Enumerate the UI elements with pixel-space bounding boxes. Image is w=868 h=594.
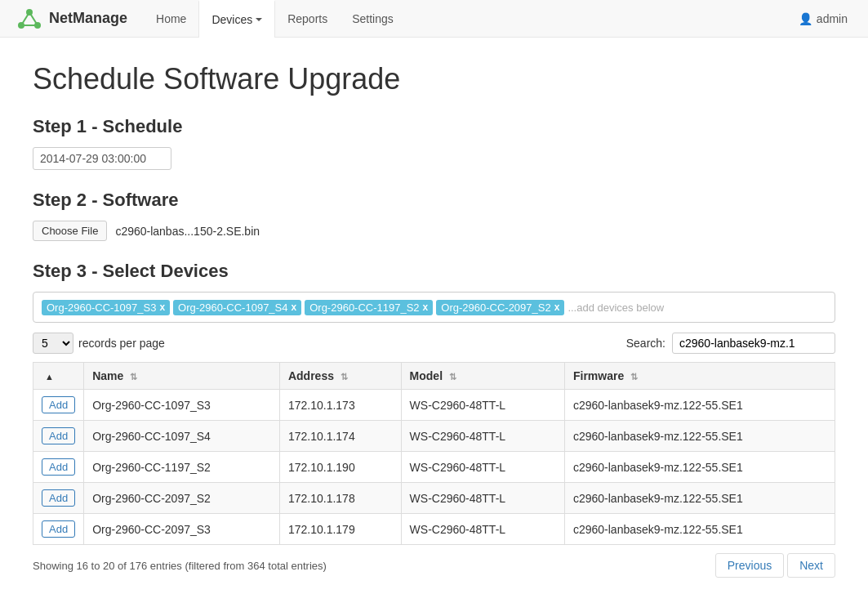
step3-heading: Step 3 - Select Devices: [33, 261, 835, 282]
add-button-3[interactable]: Add: [42, 489, 75, 507]
cell-name-4: Org-2960-CC-2097_S3: [84, 514, 280, 545]
add-button-1[interactable]: Add: [42, 427, 75, 444]
selected-devices-box: Org-2960-CC-1097_S3 x Org-2960-CC-1097_S…: [33, 292, 835, 323]
svg-line-4: [29, 12, 38, 25]
add-button-0[interactable]: Add: [42, 396, 75, 413]
nav-home[interactable]: Home: [144, 0, 198, 38]
page-title: Schedule Software Upgrade: [33, 62, 835, 96]
device-tag-0: Org-2960-CC-1097_S3 x: [42, 300, 170, 315]
cell-add-0: Add: [33, 390, 84, 421]
nav-menu: Home Devices Reports Settings: [144, 0, 799, 38]
records-per-page-label: records per page: [78, 337, 165, 350]
user-name: admin: [817, 12, 848, 25]
sort-icon-model: [449, 372, 456, 382]
sort-icon-name: [130, 372, 137, 382]
devices-caret: [256, 18, 262, 21]
brand-link[interactable]: NetManage: [16, 6, 127, 32]
previous-button[interactable]: Previous: [715, 553, 784, 578]
col-name[interactable]: Name: [84, 363, 280, 390]
table-controls: 5 10 25 records per page Search:: [33, 333, 835, 354]
sort-icon-firmware: [630, 372, 638, 382]
table-row: Add Org-2960-CC-1197_S2 172.10.1.190 WS-…: [33, 452, 835, 483]
sort-icon-address: [341, 372, 348, 382]
cell-add-2: Add: [33, 452, 84, 483]
remove-tag-0[interactable]: x: [159, 301, 165, 313]
cell-address-0: 172.10.1.173: [279, 390, 401, 421]
records-per-page-select[interactable]: 5 10 25: [33, 333, 73, 354]
cell-firmware-2: c2960-lanbasek9-mz.122-55.SE1: [564, 452, 835, 483]
col-model[interactable]: Model: [401, 363, 564, 390]
step2-heading: Step 2 - Software: [33, 190, 835, 211]
nav-devices[interactable]: Devices: [198, 0, 275, 38]
search-input[interactable]: [672, 333, 835, 354]
cell-name-3: Org-2960-CC-2097_S2: [84, 483, 280, 514]
table-row: Add Org-2960-CC-1097_S4 172.10.1.174 WS-…: [33, 421, 835, 452]
cell-address-3: 172.10.1.178: [279, 483, 401, 514]
col-sort[interactable]: [33, 363, 84, 390]
col-address[interactable]: Address: [279, 363, 401, 390]
remove-tag-2[interactable]: x: [423, 301, 429, 313]
add-button-4[interactable]: Add: [42, 520, 75, 538]
records-per-page-control: 5 10 25 records per page: [33, 333, 165, 354]
cell-address-4: 172.10.1.179: [279, 514, 401, 545]
cell-model-1: WS-C2960-48TT-L: [401, 421, 564, 452]
schedule-input[interactable]: [33, 147, 171, 170]
step1-heading: Step 1 - Schedule: [33, 116, 835, 137]
add-button-2[interactable]: Add: [42, 458, 75, 476]
table-row: Add Org-2960-CC-1097_S3 172.10.1.173 WS-…: [33, 390, 835, 421]
step3-section: Step 3 - Select Devices Org-2960-CC-1097…: [33, 261, 835, 578]
device-tag-3: Org-2960-CC-2097_S2 x: [436, 300, 564, 315]
add-devices-placeholder: ...add devices below: [568, 301, 664, 314]
main-content: Schedule Software Upgrade Step 1 - Sched…: [0, 38, 868, 594]
col-firmware[interactable]: Firmware: [564, 363, 835, 390]
table-header: Name Address Model Firmware: [33, 363, 835, 390]
file-name-display: c2960-lanbas...150-2.SE.bin: [115, 225, 260, 238]
cell-add-4: Add: [33, 514, 84, 545]
cell-address-1: 172.10.1.174: [279, 421, 401, 452]
cell-firmware-1: c2960-lanbasek9-mz.122-55.SE1: [564, 421, 835, 452]
cell-add-1: Add: [33, 421, 84, 452]
table-body: Add Org-2960-CC-1097_S3 172.10.1.173 WS-…: [33, 390, 835, 545]
search-row: Search:: [626, 333, 835, 354]
cell-name-0: Org-2960-CC-1097_S3: [84, 390, 280, 421]
table-row: Add Org-2960-CC-2097_S2 172.10.1.178 WS-…: [33, 483, 835, 514]
cell-firmware-4: c2960-lanbasek9-mz.122-55.SE1: [564, 514, 835, 545]
next-button[interactable]: Next: [787, 553, 835, 578]
showing-text: Showing 16 to 20 of 176 entries (filtere…: [33, 560, 327, 572]
cell-address-2: 172.10.1.190: [279, 452, 401, 483]
cell-model-4: WS-C2960-48TT-L: [401, 514, 564, 545]
step2-section: Step 2 - Software Choose File c2960-lanb…: [33, 190, 835, 241]
cell-name-2: Org-2960-CC-1197_S2: [84, 452, 280, 483]
cell-model-0: WS-C2960-48TT-L: [401, 390, 564, 421]
brand-name: NetManage: [49, 10, 127, 27]
table-footer: Showing 16 to 20 of 176 entries (filtere…: [33, 553, 835, 578]
navbar: NetManage Home Devices Reports Settings …: [0, 0, 868, 38]
user-menu[interactable]: 👤 admin: [799, 12, 852, 25]
sort-icon-check: [45, 372, 54, 382]
step1-section: Step 1 - Schedule: [33, 116, 835, 170]
table-row: Add Org-2960-CC-2097_S3 172.10.1.179 WS-…: [33, 514, 835, 545]
nav-reports[interactable]: Reports: [275, 0, 340, 38]
devices-table: Name Address Model Firmware Add: [33, 362, 835, 545]
remove-tag-3[interactable]: x: [554, 301, 560, 313]
device-tag-1: Org-2960-CC-1097_S4 x: [173, 300, 301, 315]
nav-settings[interactable]: Settings: [340, 0, 406, 38]
device-tag-2: Org-2960-CC-1197_S2 x: [305, 300, 433, 315]
brand-logo: [16, 6, 42, 32]
search-label: Search:: [626, 337, 665, 350]
cell-firmware-3: c2960-lanbasek9-mz.122-55.SE1: [564, 483, 835, 514]
cell-name-1: Org-2960-CC-1097_S4: [84, 421, 280, 452]
cell-model-2: WS-C2960-48TT-L: [401, 452, 564, 483]
user-icon: 👤: [799, 12, 812, 25]
svg-line-3: [21, 12, 29, 25]
pagination-buttons: Previous Next: [715, 553, 835, 578]
cell-firmware-0: c2960-lanbasek9-mz.122-55.SE1: [564, 390, 835, 421]
cell-add-3: Add: [33, 483, 84, 514]
remove-tag-1[interactable]: x: [292, 301, 297, 313]
cell-model-3: WS-C2960-48TT-L: [401, 483, 564, 514]
file-row: Choose File c2960-lanbas...150-2.SE.bin: [33, 221, 835, 241]
choose-file-button[interactable]: Choose File: [33, 221, 107, 241]
